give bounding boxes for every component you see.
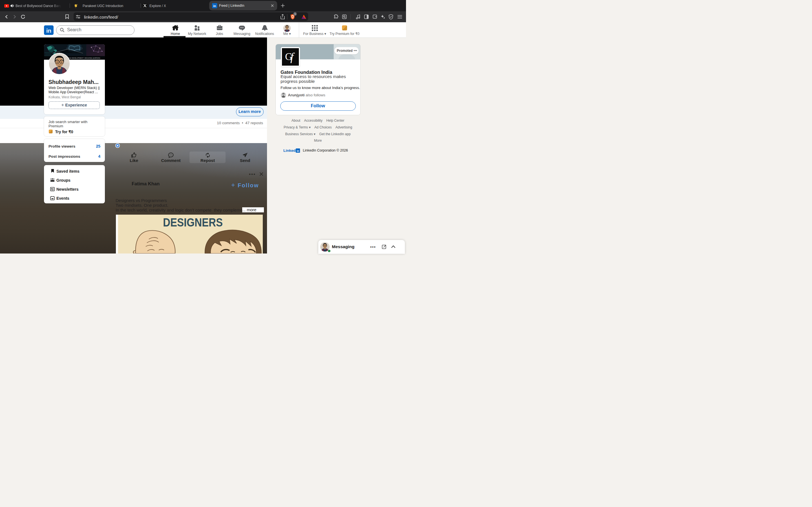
svg-text:in: in (297, 149, 299, 152)
svg-text:MOBILE DEVELOPMENT | MACHINE: MOBILE DEVELOPMENT | MACHINE LEARNING (65, 57, 100, 59)
svg-text:in: in (46, 27, 51, 34)
svg-text:DESIGNERS: DESIGNERS (163, 216, 223, 229)
svg-text:in: in (213, 4, 216, 8)
